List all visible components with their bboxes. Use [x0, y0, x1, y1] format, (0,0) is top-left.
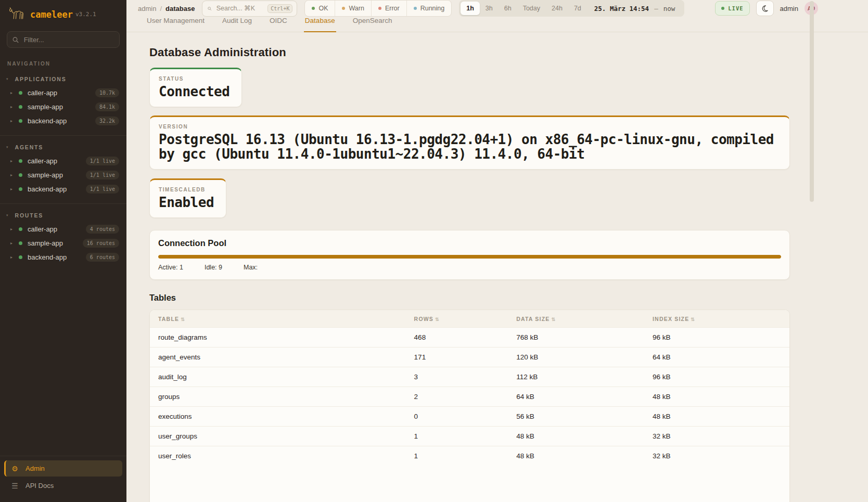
sort-icon: ⇅: [691, 317, 695, 322]
table-row[interactable]: groups264 kB48 kB: [150, 387, 789, 407]
table-cell: 112 kB: [508, 367, 644, 387]
sidebar-item-label: caller-app: [28, 157, 86, 165]
sidebar-item-label: caller-app: [28, 225, 86, 233]
nav-group-header-routes[interactable]: ▾ROUTES: [0, 209, 126, 222]
nav-group-label: ROUTES: [15, 212, 44, 218]
scrollbar-thumb[interactable]: [810, 1, 814, 202]
status-filter-label: OK: [318, 5, 328, 12]
time-range-group: 1h3h6hToday24h7d: [461, 2, 587, 15]
chevron-right-icon: ▸: [10, 119, 16, 123]
time-display[interactable]: 25. März 14:54 — now: [587, 5, 683, 12]
column-header-index-size[interactable]: INDEX SIZE⇅: [644, 310, 789, 328]
column-header-rows[interactable]: ROWS⇅: [406, 310, 508, 328]
table-head: TABLE⇅ROWS⇅DATA SIZE⇅INDEX SIZE⇅: [150, 310, 789, 328]
search-icon: [208, 5, 211, 12]
nav-group-header-agents[interactable]: ▾AGENTS: [0, 140, 126, 154]
sidebar-item-sample-app[interactable]: ▸sample-app84.1k: [0, 100, 126, 114]
breadcrumb-parent[interactable]: admin: [138, 5, 156, 12]
brand-name: cameleer: [30, 9, 73, 20]
sidebar-item-label: sample-app: [28, 103, 95, 111]
live-label: LIVE: [728, 5, 743, 11]
sidebar-item-caller-app[interactable]: ▸caller-app10.7k: [0, 86, 126, 100]
column-header-data-size[interactable]: DATA SIZE⇅: [508, 310, 644, 328]
chevron-right-icon: ▸: [10, 187, 16, 191]
tab-database[interactable]: Database: [304, 17, 336, 32]
sidebar-item-badge: 16 routes: [83, 239, 119, 248]
table-row[interactable]: audit_log3112 kB96 kB: [150, 367, 789, 387]
page-title: Database Administration: [149, 46, 790, 59]
nav-group-label: AGENTS: [15, 144, 44, 150]
time-range-3h[interactable]: 3h: [480, 2, 499, 15]
time-range-1h[interactable]: 1h: [461, 2, 480, 15]
theme-toggle-button[interactable]: [756, 1, 774, 16]
time-range-7d[interactable]: 7d: [568, 2, 587, 15]
column-header-table[interactable]: TABLE⇅: [150, 310, 406, 328]
search-shortcut-kbd: Ctrl+K: [267, 4, 292, 13]
sidebar-item-caller-app[interactable]: ▸caller-app4 routes: [0, 222, 126, 236]
sidebar-filter[interactable]: [7, 31, 120, 48]
table-cell: 96 kB: [644, 328, 789, 347]
logo: cameleer v3.2.1: [0, 0, 126, 27]
sidebar-item-label: caller-app: [28, 89, 95, 97]
search-input[interactable]: [215, 4, 264, 12]
time-range-start: 25. März 14:54: [594, 5, 649, 12]
time-range-24h[interactable]: 24h: [546, 2, 568, 15]
sidebar-item-backend-app[interactable]: ▸backend-app6 routes: [0, 250, 126, 264]
table-cell: 32 kB: [644, 427, 789, 446]
table-cell: 48 kB: [508, 427, 644, 446]
status-dot-icon: [19, 91, 22, 95]
status-dot-icon: [312, 7, 315, 10]
filter-input[interactable]: [23, 35, 114, 44]
pool-progress-fill: [158, 255, 781, 259]
sidebar-item-sample-app[interactable]: ▸sample-app1/1 live: [0, 168, 126, 182]
sidebar-item-backend-app[interactable]: ▸backend-app1/1 live: [0, 182, 126, 196]
table-row[interactable]: user_groups148 kB32 kB: [150, 427, 789, 446]
nav-group-applications: ▾APPLICATIONS▸caller-app10.7k▸sample-app…: [0, 68, 126, 134]
tab-audit-log[interactable]: Audit Log: [221, 17, 253, 32]
nav-group-header-applications[interactable]: ▾APPLICATIONS: [0, 72, 126, 86]
time-range-end: now: [663, 5, 675, 12]
tab-oidc[interactable]: OIDC: [269, 17, 288, 32]
live-badge[interactable]: LIVE: [715, 1, 749, 16]
table-cell: 1: [406, 446, 508, 466]
table-cell: 32 kB: [644, 446, 789, 466]
status-dot-icon: [19, 255, 22, 259]
status-filter-error[interactable]: Error: [372, 1, 407, 16]
sidebar-item-label: sample-app: [28, 239, 83, 247]
chevron-right-icon: ▸: [10, 173, 16, 177]
breadcrumb-separator: /: [160, 5, 162, 12]
sort-icon: ⇅: [435, 317, 440, 322]
column-label: DATA SIZE: [516, 316, 550, 322]
tab-opensearch[interactable]: OpenSearch: [352, 17, 393, 32]
table-cell: route_diagrams: [150, 328, 406, 347]
status-filter-label: Error: [385, 5, 400, 12]
table-cell: 48 kB: [508, 446, 644, 466]
time-range-today[interactable]: Today: [517, 2, 546, 15]
table-row[interactable]: agent_events171120 kB64 kB: [150, 347, 789, 367]
status-dot-icon: [19, 241, 22, 245]
timescaledb-card-value: Enabled: [159, 196, 217, 210]
status-filter-running[interactable]: Running: [407, 1, 452, 16]
table-cell: 48 kB: [644, 387, 789, 407]
tables-table: TABLE⇅ROWS⇅DATA SIZE⇅INDEX SIZE⇅ route_d…: [150, 310, 789, 466]
sidebar-item-backend-app[interactable]: ▸backend-app32.2k: [0, 114, 126, 128]
time-range-6h[interactable]: 6h: [499, 2, 517, 15]
tab-user-management[interactable]: User Management: [146, 17, 206, 32]
sidebar-item-api-docs[interactable]: ☰API Docs: [4, 478, 122, 494]
status-filter-warn[interactable]: Warn: [335, 1, 371, 16]
sidebar-item-badge: 1/1 live: [86, 185, 119, 194]
sidebar-item-sample-app[interactable]: ▸sample-app16 routes: [0, 236, 126, 250]
table-header-row: TABLE⇅ROWS⇅DATA SIZE⇅INDEX SIZE⇅: [150, 310, 789, 328]
table-cell: 120 kB: [508, 347, 644, 367]
global-search[interactable]: Ctrl+K: [202, 1, 297, 17]
status-filter-ok[interactable]: OK: [305, 1, 335, 16]
tables-section-title: Tables: [149, 293, 790, 303]
connection-pool-title: Connection Pool: [158, 238, 781, 248]
table-cell: 48 kB: [644, 407, 789, 427]
sidebar-item-admin[interactable]: ⚙Admin: [4, 460, 122, 477]
sidebar-item-caller-app[interactable]: ▸caller-app1/1 live: [0, 154, 126, 168]
table-row[interactable]: user_roles148 kB32 kB: [150, 446, 789, 466]
sidebar-item-badge: 84.1k: [95, 102, 119, 111]
table-row[interactable]: route_diagrams468768 kB96 kB: [150, 328, 789, 347]
table-row[interactable]: executions056 kB48 kB: [150, 407, 789, 427]
